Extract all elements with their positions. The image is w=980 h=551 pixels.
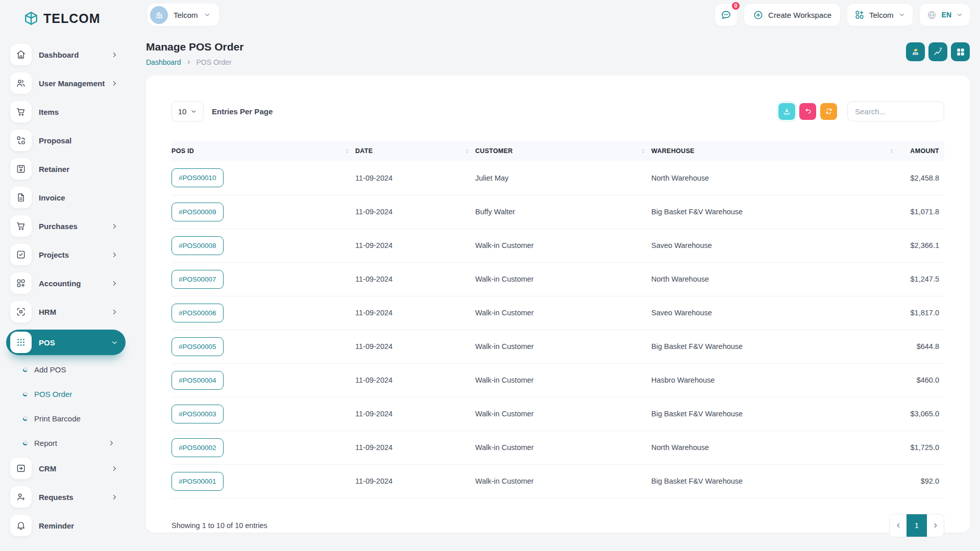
date-cell: 11-09-2024: [355, 296, 475, 330]
sidebar-item-invoice[interactable]: Invoice: [6, 187, 126, 208]
sidebar-item-label: POS: [39, 338, 111, 347]
bell-icon: [10, 515, 32, 536]
sidebar-item-label: Projects: [39, 251, 111, 259]
warehouse-cell: North Warehouse: [651, 262, 900, 296]
column-header-warehouse[interactable]: WAREHOUSE: [651, 141, 900, 161]
reset-button[interactable]: [799, 103, 816, 120]
sidebar-item-projects[interactable]: Projects: [6, 244, 126, 265]
sidebar-item-proposal[interactable]: Proposal: [6, 130, 126, 151]
column-header-date[interactable]: DATE: [355, 141, 475, 161]
pagination-prev-button[interactable]: [890, 514, 906, 537]
language-code: EN: [942, 11, 951, 19]
sidebar-item-label: Requests: [39, 493, 111, 502]
sidebar-item-items[interactable]: Items: [6, 101, 126, 122]
date-cell: 11-09-2024: [355, 431, 475, 464]
sidebar-item-label: Reminder: [39, 521, 118, 530]
customer-cell: Walk-in Customer: [475, 464, 651, 498]
pos-id-badge[interactable]: #POS00007: [172, 270, 224, 289]
sidebar-item-user-management[interactable]: User Management: [6, 72, 126, 94]
cart-icon: [10, 215, 32, 237]
date-cell: 11-09-2024: [355, 363, 475, 397]
breadcrumb-dashboard-link[interactable]: Dashboard: [146, 58, 181, 66]
workspace-selector[interactable]: Telcom: [148, 4, 219, 26]
pos-register-button[interactable]: [906, 42, 925, 61]
entries-per-page-select[interactable]: 10: [172, 101, 204, 121]
chevron-right-icon: [111, 80, 118, 87]
customer-cell: Walk-in Customer: [475, 363, 651, 397]
workspace-dropdown[interactable]: Telcom: [847, 4, 913, 26]
refresh-button[interactable]: [820, 103, 837, 120]
sidebar-item-label: Proposal: [39, 136, 118, 145]
pos-id-badge[interactable]: #POS00005: [172, 337, 224, 356]
pos-id-badge[interactable]: #POS00009: [172, 203, 224, 221]
sidebar-item-dashboard[interactable]: Dashboard: [6, 44, 126, 65]
sidebar-item-label: Retainer: [39, 165, 118, 173]
pos-id-badge[interactable]: #POS00003: [172, 405, 224, 423]
sidebar-subitem-print-barcode[interactable]: Print Barcode: [6, 409, 126, 428]
sidebar-item-retainer[interactable]: Retainer: [6, 158, 126, 180]
column-header-label: DATE: [355, 147, 373, 155]
pagination-next-button[interactable]: [927, 514, 944, 537]
create-workspace-button[interactable]: Create Workspace: [744, 4, 840, 26]
brand-cube-icon: [23, 11, 39, 26]
page-title: Manage POS Order: [146, 41, 243, 53]
sidebar-subitem-report[interactable]: Report: [6, 433, 126, 453]
pos-id-badge[interactable]: #POS00002: [172, 438, 224, 457]
sidebar-item-accounting[interactable]: Accounting: [6, 272, 126, 294]
sidebar-item-reminder[interactable]: Reminder: [6, 515, 126, 536]
pos-id-badge[interactable]: #POS00010: [172, 168, 224, 187]
entries-per-page-label: Entries Per Page: [212, 107, 273, 116]
warehouse-cell: Saveo Warehouse: [651, 296, 900, 330]
amount-cell: $2,458.8: [900, 161, 944, 195]
warehouse-cell: North Warehouse: [651, 161, 900, 195]
table-controls: 10 Entries Per Page: [172, 101, 944, 121]
entries-per-page-value: 10: [178, 107, 187, 116]
sidebar-subitem-pos-order[interactable]: POS Order: [6, 384, 126, 404]
sidebar: TELCOM Dashboard User Management Items P…: [0, 0, 132, 551]
sort-icon: [344, 148, 350, 154]
amount-cell: $3,065.0: [900, 397, 944, 431]
page-header: Manage POS Order Dashboard POS Order: [146, 41, 970, 66]
chevron-right-icon: [111, 51, 118, 59]
table-footer: Showing 1 to 10 of 10 entries 1: [172, 514, 944, 537]
chat-bubble-icon: [720, 9, 732, 21]
chevron-down-icon: [898, 11, 905, 18]
table-row: #POS00002 11-09-2024 Walk-in Customer No…: [172, 431, 944, 464]
date-cell: 11-09-2024: [355, 161, 475, 195]
bullet-icon: [23, 392, 28, 396]
showing-entries-text: Showing 1 to 10 of 10 entries: [172, 521, 267, 530]
sort-icon: [889, 148, 895, 154]
date-cell: 11-09-2024: [355, 464, 475, 498]
sidebar-subitem-add-pos[interactable]: Add POS: [6, 360, 126, 379]
date-cell: 11-09-2024: [355, 330, 475, 363]
grid-view-button[interactable]: [951, 42, 970, 61]
sidebar-item-hrm[interactable]: HRM: [6, 301, 126, 322]
amount-cell: $1,817.0: [900, 296, 944, 330]
sidebar-subitem-label: Print Barcode: [34, 414, 115, 423]
report-chart-button[interactable]: [928, 42, 947, 61]
language-selector[interactable]: EN: [920, 4, 970, 26]
column-header-customer[interactable]: CUSTOMER: [475, 141, 651, 161]
amount-cell: $644.8: [900, 330, 944, 363]
messages-button[interactable]: 0: [715, 4, 737, 26]
pos-id-badge[interactable]: #POS00004: [172, 371, 224, 390]
pos-id-badge[interactable]: #POS00001: [172, 472, 224, 491]
plus-circle-icon: [753, 10, 764, 20]
amount-cell: $460.0: [900, 363, 944, 397]
search-input[interactable]: [847, 101, 944, 121]
sidebar-item-pos[interactable]: POS: [6, 330, 126, 355]
sidebar-item-purchases[interactable]: Purchases: [6, 215, 126, 237]
column-header-amount[interactable]: AMOUNT: [900, 141, 944, 161]
sidebar-item-crm[interactable]: CRM: [6, 458, 126, 479]
pos-id-badge[interactable]: #POS00006: [172, 304, 224, 322]
column-header-pos-id[interactable]: POS ID: [172, 141, 355, 161]
pos-id-badge[interactable]: #POS00008: [172, 236, 224, 255]
cash-register-icon: [910, 46, 921, 57]
warehouse-cell: Big Basket F&V Warehouse: [651, 330, 900, 363]
export-download-button[interactable]: [778, 103, 795, 120]
pagination-page-1[interactable]: 1: [906, 514, 927, 537]
table-row: #POS00004 11-09-2024 Walk-in Customer Ha…: [172, 363, 944, 397]
sidebar-item-requests[interactable]: Requests: [6, 486, 126, 508]
warehouse-cell: Big Basket F&V Warehouse: [651, 195, 900, 229]
refresh-icon: [825, 107, 833, 115]
